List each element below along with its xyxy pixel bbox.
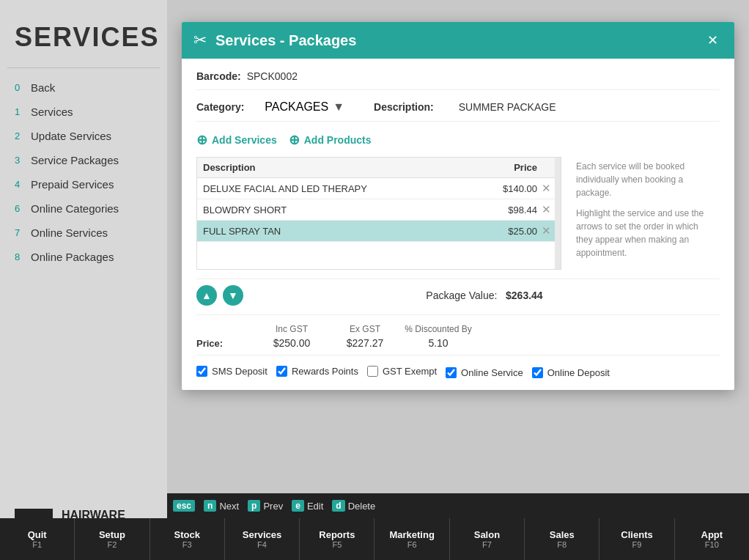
checkbox-online-service-input[interactable] <box>446 367 457 378</box>
cmd-edit[interactable]: e Edit <box>292 500 323 512</box>
checkbox-gst-exempt-label: GST Exempt <box>383 366 437 377</box>
taskbar-stock[interactable]: Stock F3 <box>150 518 225 560</box>
inc-gst-header: Inc GST <box>255 324 328 334</box>
sidebar-item-back[interactable]: 0 Back <box>0 75 167 100</box>
command-bar: esc n Next p Prev e Edit d Delete <box>167 493 749 518</box>
table-row[interactable]: FULL SPRAY TAN $25.00 ✕ <box>197 221 561 242</box>
add-services-button[interactable]: ⊕ Add Services <box>196 132 277 148</box>
modal: ✂ Services - Packages ✕ Barcode: SPCK000… <box>182 22 734 390</box>
checkbox-gst-exempt-input[interactable] <box>367 366 378 377</box>
sidebar-num-0: 0 <box>15 82 23 93</box>
taskbar-quit[interactable]: Quit F1 <box>0 518 75 560</box>
taskbar-salon[interactable]: Salon F7 <box>450 518 525 560</box>
table-row[interactable]: DELUXE FACIAL AND LED THERAPY $140.00 ✕ <box>197 178 561 199</box>
taskbar-services-label: Services <box>243 529 282 540</box>
checkbox-sms-deposit-label: SMS Deposit <box>212 366 268 377</box>
sidebar-num-8: 8 <box>15 251 23 262</box>
sidebar-item-online-categories[interactable]: 6 Online Categories <box>0 196 167 221</box>
taskbar: Quit F1 Setup F2 Stock F3 Services F4 Re… <box>0 518 749 560</box>
cmd-edit-label: Edit <box>307 501 323 512</box>
taskbar-salon-label: Salon <box>474 529 500 540</box>
category-row: Category: PACKAGES ▼ Description: SUMMER… <box>196 100 720 122</box>
ex-gst-value: $227.27 <box>328 337 402 349</box>
service-remove-2[interactable]: ✕ <box>537 224 555 237</box>
taskbar-setup-key: F2 <box>108 540 117 549</box>
info-panel: Each service will be booked individually… <box>573 157 720 270</box>
main-area: ✂ Services - Packages ✕ Barcode: SPCK000… <box>167 0 749 518</box>
description-value: SUMMER PACKAGE <box>459 101 556 113</box>
service-price-0: $140.00 <box>479 183 537 194</box>
taskbar-reports[interactable]: Reports F5 <box>300 518 374 560</box>
modal-close-button[interactable]: ✕ <box>703 31 723 50</box>
taskbar-services[interactable]: Services F4 <box>225 518 300 560</box>
info-text-1: Each service will be booked individually… <box>576 160 717 199</box>
price-row-label: Price: <box>196 338 255 349</box>
sidebar-item-online-packages[interactable]: 8 Online Packages <box>0 245 167 269</box>
scrollbar[interactable] <box>555 158 561 269</box>
arrow-down-button[interactable]: ▼ <box>223 285 243 306</box>
sidebar-item-service-packages[interactable]: 3 Service Packages <box>0 148 167 172</box>
service-price-1: $98.44 <box>479 205 537 215</box>
category-value: PACKAGES <box>265 100 328 114</box>
sidebar-num-4: 4 <box>15 179 23 190</box>
cmd-n-key: n <box>204 500 216 512</box>
sidebar-label-update-services: Update Services <box>31 130 111 142</box>
sidebar-item-update-services[interactable]: 2 Update Services <box>0 124 167 148</box>
taskbar-marketing[interactable]: Marketing F6 <box>374 518 449 560</box>
checkbox-sms-deposit-input[interactable] <box>196 366 207 377</box>
service-desc-1: BLOWDRY SHORT <box>203 205 479 215</box>
service-remove-1[interactable]: ✕ <box>537 203 555 216</box>
sidebar-item-online-services[interactable]: 7 Online Services <box>0 221 167 245</box>
cmd-next-label: Next <box>219 501 239 512</box>
cmd-p-key: p <box>248 500 260 512</box>
taskbar-stock-label: Stock <box>174 529 200 540</box>
package-value-amount: $263.44 <box>506 290 543 301</box>
checkbox-online-service[interactable]: Online Service <box>446 367 523 378</box>
checkbox-rewards-points[interactable]: Rewards Points <box>276 364 358 378</box>
taskbar-services-key: F4 <box>257 540 267 549</box>
table-header: Description Price <box>197 158 561 178</box>
taskbar-quit-key: F1 <box>32 540 42 549</box>
checkbox-gst-exempt[interactable]: GST Exempt <box>367 364 437 378</box>
checkbox-rewards-points-label: Rewards Points <box>292 366 358 377</box>
services-table: Description Price DELUXE FACIAL AND LED … <box>196 157 561 270</box>
sidebar-label-services: Services <box>31 106 73 118</box>
checkbox-online-deposit[interactable]: Online Deposit <box>532 367 610 378</box>
sidebar-num-6: 6 <box>15 203 23 214</box>
cmd-next[interactable]: n Next <box>204 500 239 512</box>
package-value-row: Package Value: $263.44 <box>249 290 720 301</box>
app-title: SERVICES <box>0 0 167 67</box>
taskbar-appt[interactable]: Appt F10 <box>675 518 749 560</box>
sidebar-item-services[interactable]: 1 Services <box>0 100 167 124</box>
controls-row: ▲ ▼ Package Value: $263.44 <box>196 279 720 312</box>
sidebar-nav: 0 Back 1 Services 2 Update Services 3 Se… <box>0 68 167 496</box>
checkbox-rewards-points-input[interactable] <box>276 366 287 377</box>
taskbar-sales-key: F8 <box>557 540 567 549</box>
taskbar-marketing-key: F6 <box>407 540 417 549</box>
sidebar-item-prepaid-services[interactable]: 4 Prepaid Services <box>0 172 167 196</box>
checkbox-online-deposit-input[interactable] <box>532 367 543 378</box>
arrow-up-button[interactable]: ▲ <box>196 285 217 306</box>
taskbar-clients-label: Clients <box>621 529 652 540</box>
description-label: Description: <box>374 101 434 113</box>
cmd-esc[interactable]: esc <box>173 500 195 512</box>
taskbar-setup[interactable]: Setup F2 <box>75 518 150 560</box>
service-remove-0[interactable]: ✕ <box>537 182 555 195</box>
col-desc-header: Description <box>203 162 479 173</box>
checkbox-sms-deposit[interactable]: SMS Deposit <box>196 364 268 378</box>
scissors-icon: ✂ <box>193 31 207 50</box>
table-row[interactable]: BLOWDRY SHORT $98.44 ✕ <box>197 199 561 221</box>
add-products-button[interactable]: ⊕ Add Products <box>289 132 372 148</box>
info-text-2: Highlight the service and use the arrows… <box>576 207 717 259</box>
taskbar-setup-label: Setup <box>99 529 125 540</box>
package-value-label: Package Value: <box>426 290 497 301</box>
cmd-prev[interactable]: p Prev <box>248 500 283 512</box>
taskbar-clients[interactable]: Clients F9 <box>599 518 674 560</box>
cmd-delete[interactable]: d Delete <box>332 500 375 512</box>
taskbar-sales[interactable]: Sales F8 <box>525 518 599 560</box>
taskbar-stock-key: F3 <box>182 540 192 549</box>
service-desc-0: DELUXE FACIAL AND LED THERAPY <box>203 183 479 194</box>
modal-body: Barcode: SPCK0002 Category: PACKAGES ▼ D… <box>182 59 734 390</box>
barcode-row: Barcode: SPCK0002 <box>196 70 720 90</box>
category-select[interactable]: PACKAGES ▼ <box>265 100 344 114</box>
